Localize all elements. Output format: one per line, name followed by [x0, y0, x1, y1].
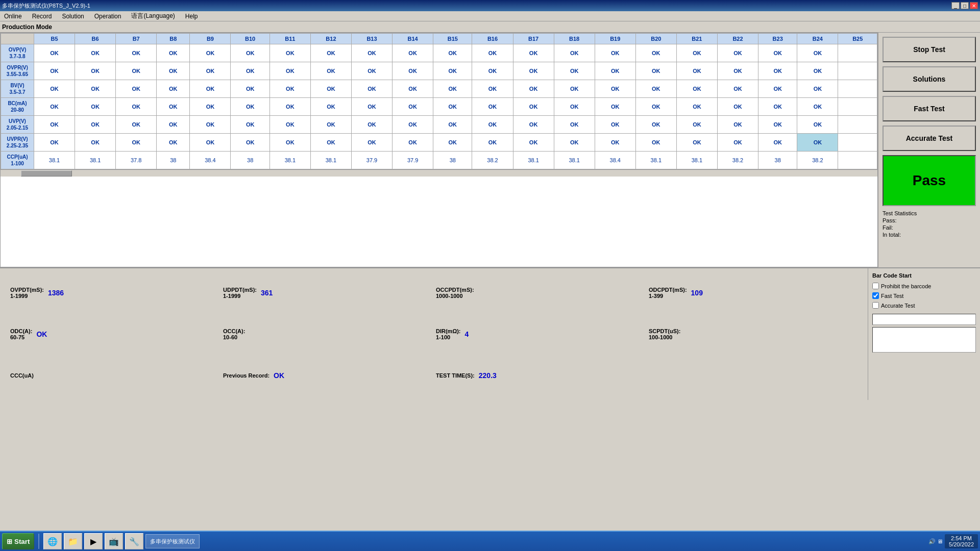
time-display: 2:54 PM — [949, 535, 974, 541]
ovpdt-item: OVPDT(mS): 1-1999 1386 — [10, 274, 219, 312]
table-row: OVPR(V)3.55-3.65 OKOKOKOKOKOKOKOKOKOKOKO… — [1, 62, 877, 80]
row-header-bc: BC(mA)20-80 — [1, 98, 34, 116]
active-app[interactable]: 多串保护板测试仪 — [145, 534, 200, 548]
ccc-label: CCC(uA) — [10, 372, 34, 379]
right-panel: Stop Test Solutions Fast Test Accurate T… — [878, 33, 980, 267]
start-button[interactable]: ⊞ Start — [2, 533, 34, 549]
menu-help[interactable]: Help — [183, 13, 200, 20]
prev-record-value: OK — [274, 371, 284, 380]
divider — [38, 534, 39, 549]
odc-value: OK — [36, 330, 47, 338]
barcode-title: Bar Code Start — [872, 272, 976, 279]
udpdt-item: UDPDT(mS): 1-1999 361 — [223, 274, 432, 312]
prohibit-barcode-row: Prohibit the barcode — [872, 283, 976, 289]
in-total-stat: In total: — [883, 232, 976, 238]
col-b11: B11 — [270, 34, 310, 44]
stats-area: OVPDT(mS): 1-1999 1386 UDPDT(mS): 1-1999… — [0, 268, 868, 400]
col-b19: B19 — [595, 34, 635, 44]
ovpdt-range: 1-1999 — [10, 293, 44, 299]
ovpdt-value: 1386 — [48, 289, 64, 297]
menu-solution[interactable]: Solution — [60, 13, 86, 20]
ie-button[interactable]: 🌐 — [43, 533, 62, 549]
occpdt-label: OCCPDT(mS): — [436, 287, 474, 293]
udpdt-value: 361 — [261, 289, 273, 297]
active-app-label: 多串保护板测试仪 — [150, 538, 195, 545]
odcpdt-value: 109 — [691, 289, 703, 297]
col-b25: B25 — [838, 34, 877, 44]
windows-logo-icon: ⊞ — [7, 538, 12, 545]
occpdt-range: 1000-1000 — [436, 293, 474, 299]
udpdt-label: UDPDT(mS): — [223, 287, 257, 293]
col-b8: B8 — [157, 34, 190, 44]
folder-button[interactable]: 📁 — [64, 533, 82, 549]
pass-display: Pass — [883, 155, 976, 206]
occ-item: OCC(A): 10-60 — [223, 316, 432, 353]
row-header-uvpr: UVPR(V)2.25-2.35 — [1, 134, 34, 152]
menu-record[interactable]: Record — [30, 13, 54, 20]
production-mode-label: Production Mode — [2, 23, 52, 31]
table-row: UVP(V)2.05-2.15 OKOKOKOKOKOKOKOKOKOKOKOK… — [1, 116, 877, 134]
main-content: B5 B6 B7 B8 B9 B10 B11 B12 B13 B14 B15 B… — [0, 33, 980, 267]
odc-item: ODC(A): 60-75 OK — [10, 316, 219, 353]
app2-button[interactable]: 🔧 — [125, 533, 143, 549]
test-time-value: 220.3 — [479, 371, 497, 380]
window-controls: _ □ ✕ — [951, 2, 978, 9]
close-button[interactable]: ✕ — [970, 2, 978, 9]
col-b20: B20 — [635, 34, 676, 44]
table-row: CCP(uA)1-100 38.138.137.83838.43838.138.… — [1, 152, 877, 169]
occpdt-item: OCCPDT(mS): 1000-1000 — [436, 274, 645, 312]
barcode-panel: Bar Code Start Prohibit the barcode Fast… — [868, 268, 980, 400]
fail-stat: Fail: — [883, 224, 976, 231]
col-b22: B22 — [717, 34, 758, 44]
minimize-button[interactable]: _ — [951, 2, 960, 9]
col-b23: B23 — [758, 34, 797, 44]
pass-stat: Pass: — [883, 217, 976, 223]
barcode-input-field[interactable] — [872, 314, 976, 325]
test-stats-title: Test Statistics — [883, 210, 976, 216]
dir-item: DIR(mΩ): 1-100 4 — [436, 316, 645, 353]
app1-button[interactable]: 📺 — [105, 533, 123, 549]
table-row: UVPR(V)2.25-2.35 OKOKOKOKOKOKOKOKOKOKOKO… — [1, 134, 877, 152]
fast-test-button[interactable]: Fast Test — [883, 96, 976, 121]
prev-record-item: Previous Record: OK — [223, 357, 432, 394]
menu-online[interactable]: Online — [2, 13, 24, 20]
occ-range: 10-60 — [223, 334, 245, 340]
col-b16: B16 — [472, 34, 513, 44]
scpdt-range: 100-1000 — [649, 334, 680, 340]
odcpdt-item: ODCPDT(mS): 1-399 109 — [649, 274, 857, 312]
accurate-test-checkbox[interactable] — [872, 302, 879, 309]
barcode-textarea[interactable] — [872, 327, 976, 353]
prohibit-barcode-label: Prohibit the barcode — [881, 283, 931, 289]
odcpdt-label: ODCPDT(mS): — [649, 287, 687, 293]
taskbar: ⊞ Start 🌐 📁 ▶ 📺 🔧 多串保护板测试仪 🔊 🖥 2:54 PM 5… — [0, 531, 980, 551]
ccc-item: CCC(uA) — [10, 357, 219, 394]
col-b17: B17 — [513, 34, 554, 44]
menu-language[interactable]: 语言(Language) — [129, 12, 177, 20]
scpdt-label: SCPDT(uS): — [649, 328, 680, 334]
occ-label: OCC(A): — [223, 328, 245, 334]
maximize-button[interactable]: □ — [961, 2, 969, 9]
test-statistics: Test Statistics Pass: Fail: In total: — [883, 210, 976, 239]
prev-record-label: Previous Record: — [223, 372, 270, 379]
accurate-test-button[interactable]: Accurate Test — [883, 126, 976, 151]
stop-test-button[interactable]: Stop Test — [883, 37, 976, 62]
col-b6: B6 — [75, 34, 116, 44]
prohibit-barcode-checkbox[interactable] — [872, 283, 879, 289]
horizontal-scrollbar[interactable] — [1, 169, 877, 177]
col-b24: B24 — [797, 34, 838, 44]
fast-test-checkbox[interactable] — [872, 292, 879, 299]
table-area: B5 B6 B7 B8 B9 B10 B11 B12 B13 B14 B15 B… — [0, 33, 878, 267]
odc-label: ODC(A): — [10, 328, 32, 334]
fast-test-label: Fast Test — [881, 293, 903, 299]
date-display: 5/20/2022 — [949, 541, 974, 547]
clock: 2:54 PM 5/20/2022 — [945, 534, 978, 548]
row-header-ovp: OVP(V)3.7-3.8 — [1, 44, 34, 62]
solutions-button[interactable]: Solutions — [883, 66, 976, 92]
window-title: 多串保护板测试仪(P8TS_J_V2.9)-1 — [2, 2, 90, 10]
pass-label: Pass — [913, 172, 946, 189]
mode-bar: Production Mode — [0, 21, 980, 33]
dir-label: DIR(mΩ): — [436, 328, 461, 334]
col-b5: B5 — [34, 34, 75, 44]
menu-operation[interactable]: Operation — [92, 13, 124, 20]
media-button[interactable]: ▶ — [84, 533, 103, 549]
